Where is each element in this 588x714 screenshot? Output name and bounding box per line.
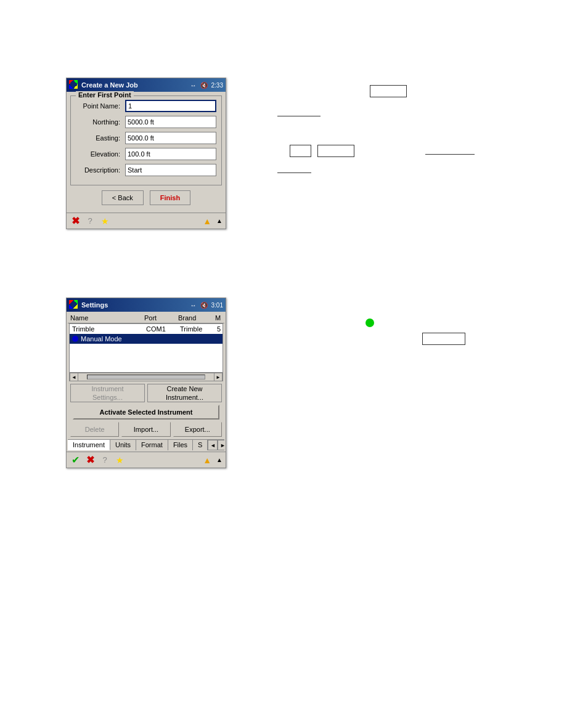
elevation-row: Elevation:	[76, 148, 216, 160]
instrument-button-group: InstrumentSettings... Create NewInstrume…	[70, 384, 222, 402]
tab-s[interactable]: S	[193, 440, 208, 450]
table-header: Name Port Brand M	[68, 313, 224, 323]
easting-input[interactable]	[125, 132, 216, 144]
northing-input[interactable]	[125, 116, 216, 128]
tab-instrument[interactable]: Instrument	[68, 440, 110, 450]
import-button[interactable]: Import...	[121, 422, 170, 437]
point-name-input[interactable]	[125, 100, 216, 112]
connectivity-icon-2: ↔	[190, 302, 197, 309]
win2-title: Settings	[81, 301, 188, 309]
windows-logo-icon-2	[69, 300, 79, 310]
settings-tabs: Instrument Units Format Files S ◄ ►	[68, 439, 224, 450]
create-new-job-window: Create a New Job ↔ 🔇 2:33 Enter First Po…	[66, 78, 226, 229]
row1-brand: Trimble	[180, 325, 217, 333]
row1-port: COM1	[146, 325, 180, 333]
description-row: Description:	[76, 164, 216, 176]
col-m-header: M	[215, 314, 234, 322]
fieldset-legend: Enter First Point	[76, 91, 134, 99]
help-icon-2[interactable]: ?	[99, 455, 110, 466]
help-icon[interactable]: ?	[84, 216, 96, 227]
settings-body: Name Port Brand M Trimble COM1 Trimble 5…	[67, 312, 226, 452]
green-status-dot	[365, 318, 374, 327]
description-label: Description:	[76, 166, 125, 174]
float-underline-2	[425, 154, 475, 155]
win1-titlebar: Create a New Job ↔ 🔇 2:33	[67, 78, 226, 92]
activate-selected-button[interactable]: Activate Selected Instrument	[73, 405, 219, 420]
scroll-up-icon[interactable]: ▲	[216, 217, 223, 224]
sound-icon-2: 🔇	[200, 302, 208, 309]
check-icon[interactable]: ✔	[70, 455, 81, 466]
float-box-3	[317, 145, 354, 157]
star-icon-2[interactable]: ★	[114, 455, 125, 466]
sound-icon: 🔇	[200, 82, 208, 89]
activate-container: Activate Selected Instrument	[70, 404, 222, 421]
win1-title-icons: ↔ 🔇 2:33	[190, 82, 223, 89]
float-box-4	[422, 333, 465, 345]
point-name-row: Point Name:	[76, 100, 216, 112]
warning-icon-2[interactable]	[202, 455, 213, 466]
win1-toolbar: ✖ ? ★ ▲	[67, 213, 226, 229]
instrument-settings-button[interactable]: InstrumentSettings...	[70, 384, 145, 402]
tab-format[interactable]: Format	[136, 440, 168, 450]
tab-nav-left[interactable]: ◄	[208, 440, 218, 450]
elevation-input[interactable]	[125, 148, 216, 160]
warning-icon[interactable]	[202, 216, 213, 227]
scroll-left-arrow[interactable]: ◄	[70, 373, 78, 381]
tab-navigation: ◄ ►	[208, 440, 224, 450]
row2-name: Manual Mode	[81, 335, 122, 343]
float-box-2	[290, 145, 311, 157]
float-box-1	[370, 85, 407, 97]
active-dot-icon	[72, 336, 78, 342]
instrument-table: Trimble COM1 Trimble 5 Manual Mode	[69, 323, 223, 373]
float-underline-1	[277, 116, 321, 116]
windows-logo-icon	[69, 80, 79, 90]
row1-m: 5	[217, 325, 223, 333]
win1-button-row: < Back Finish	[70, 190, 222, 205]
close-icon-2[interactable]: ✖	[84, 455, 96, 466]
tab-units[interactable]: Units	[110, 440, 136, 450]
instrument-settings-label: InstrumentSettings...	[92, 384, 124, 402]
table-row[interactable]: Manual Mode	[70, 334, 223, 344]
scrollbar-track[interactable]	[87, 375, 205, 379]
export-button[interactable]: Export...	[173, 422, 222, 437]
col-port-header: Port	[144, 314, 178, 322]
win2-toolbar: ✔ ✖ ? ★ ▲	[67, 452, 226, 468]
table-row[interactable]: Trimble COM1 Trimble 5	[70, 324, 223, 334]
back-button[interactable]: < Back	[102, 190, 144, 205]
point-name-label: Point Name:	[76, 102, 125, 110]
easting-label: Easting:	[76, 134, 125, 142]
win2-titlebar: Settings ↔ 🔇 3:01	[67, 298, 226, 312]
finish-button[interactable]: Finish	[150, 190, 190, 205]
win1-time: 2:33	[211, 82, 223, 89]
create-new-instrument-button[interactable]: Create NewInstrument...	[147, 384, 222, 402]
description-input[interactable]	[125, 164, 216, 176]
col-brand-header: Brand	[178, 314, 215, 322]
action-buttons-row: Delete Import... Export...	[70, 422, 222, 437]
scroll-up-icon-2[interactable]: ▲	[216, 456, 223, 463]
star-icon[interactable]: ★	[99, 216, 110, 227]
elevation-label: Elevation:	[76, 150, 125, 158]
connectivity-icon: ↔	[190, 82, 197, 89]
easting-row: Easting:	[76, 132, 216, 144]
win2-title-icons: ↔ 🔇 3:01	[190, 302, 223, 309]
scroll-right-arrow[interactable]: ►	[214, 373, 223, 381]
northing-label: Northing:	[76, 118, 125, 126]
enter-first-point-fieldset: Enter First Point Point Name: Northing: …	[70, 95, 222, 185]
delete-button[interactable]: Delete	[70, 422, 119, 437]
win1-body: Enter First Point Point Name: Northing: …	[67, 92, 226, 213]
northing-row: Northing:	[76, 116, 216, 128]
tab-nav-right[interactable]: ►	[218, 440, 224, 450]
col-name-header: Name	[70, 314, 144, 322]
row1-name: Trimble	[72, 325, 146, 333]
settings-window: Settings ↔ 🔇 3:01 Name Port Brand M Trim…	[66, 298, 226, 468]
win2-time: 3:01	[211, 302, 223, 309]
horizontal-scrollbar[interactable]: ◄ ►	[69, 373, 223, 381]
close-icon[interactable]: ✖	[70, 216, 81, 227]
float-underline-3	[277, 172, 311, 173]
win1-title: Create a New Job	[81, 81, 188, 89]
create-new-label: Create NewInstrument...	[166, 384, 203, 402]
tab-files[interactable]: Files	[168, 440, 193, 450]
